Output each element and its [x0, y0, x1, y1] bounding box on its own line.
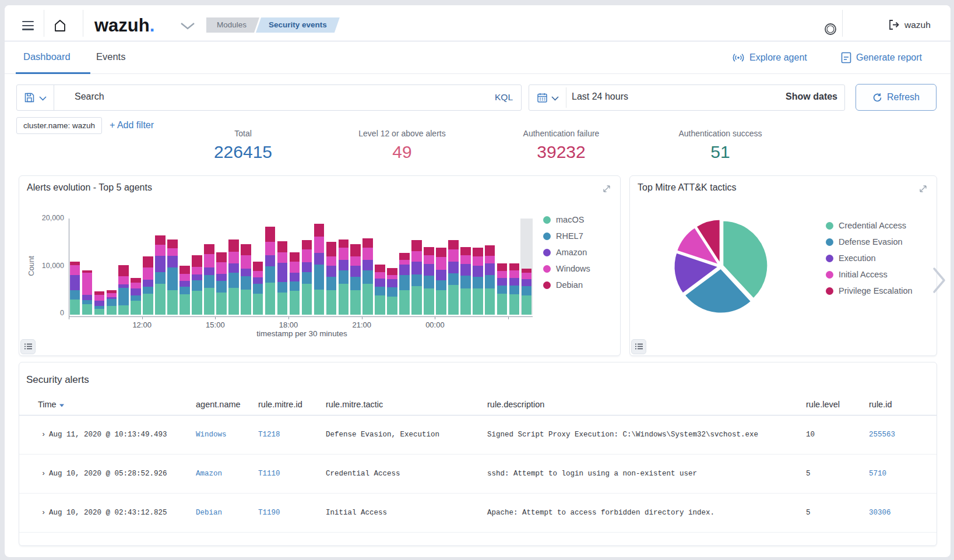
bar-20:30[interactable] — [350, 244, 361, 315]
expand-row-icon[interactable]: › — [41, 470, 45, 478]
legend-toggle-button[interactable] — [631, 339, 646, 354]
bar-02:30[interactable] — [497, 263, 508, 315]
bar-10:00[interactable] — [94, 291, 105, 315]
bar-09:00[interactable] — [70, 262, 80, 315]
bar-14:30[interactable] — [204, 244, 214, 315]
legend-toggle-button[interactable] — [20, 339, 36, 354]
bar-01:00[interactable] — [460, 247, 471, 315]
module-switcher-chevron-icon[interactable] — [180, 22, 195, 32]
bar-20:00[interactable] — [339, 240, 349, 315]
cell-agent-name[interactable]: Windows — [196, 431, 227, 439]
bar-03:00[interactable] — [509, 263, 520, 315]
cell-rule-mitre-id[interactable]: T1190 — [258, 509, 280, 517]
bar-00:30[interactable] — [448, 240, 459, 315]
bar-23:00[interactable] — [411, 240, 422, 315]
table-row[interactable]: ›Aug 11, 2020 @ 10:13:49.493WindowsT1218… — [19, 415, 937, 455]
bar-15:30[interactable] — [228, 240, 239, 315]
generate-report-button[interactable]: Generate report — [841, 41, 922, 74]
explore-agent-button[interactable]: Explore agent — [732, 41, 807, 74]
bar-10:30[interactable] — [107, 290, 117, 315]
cell-rule-mitre-id[interactable]: T1110 — [258, 470, 280, 478]
legend-item-privilege-escalation[interactable]: Privilege Escalation — [826, 283, 913, 299]
add-filter-button[interactable]: + Add filter — [110, 120, 154, 131]
expand-row-icon[interactable]: › — [41, 431, 45, 439]
stacked-bar-chart[interactable] — [69, 219, 533, 315]
legend-item-execution[interactable]: Execution — [826, 250, 913, 266]
expand-panel-icon[interactable] — [918, 184, 928, 196]
column-header-agent-name[interactable]: agent.name — [196, 400, 241, 409]
cell-agent-name[interactable]: Amazon — [196, 470, 222, 478]
legend-item-credential-access[interactable]: Credential Access — [826, 217, 913, 234]
bar-17:30[interactable] — [277, 241, 288, 315]
cell-rule-id[interactable]: 5710 — [869, 470, 886, 478]
bar-11:30[interactable] — [131, 278, 141, 315]
home-icon[interactable] — [53, 19, 67, 33]
pie-chart[interactable] — [666, 211, 776, 322]
bar-12:00[interactable] — [143, 256, 153, 315]
filter-pill[interactable]: cluster.name: wazuh — [16, 117, 102, 134]
logout-user[interactable]: wazuh — [889, 19, 931, 30]
bar-21:00[interactable] — [362, 238, 373, 315]
search-bar[interactable]: Search KQL — [16, 84, 522, 111]
legend-item-defense-evasion[interactable]: Defense Evasion — [826, 234, 913, 250]
search-input[interactable]: Search — [75, 91, 104, 102]
legend-item-initial-access[interactable]: Initial Access — [826, 266, 913, 283]
bar-00:00[interactable] — [436, 248, 446, 315]
column-header-time[interactable]: Time — [38, 400, 65, 409]
bar-02:00[interactable] — [485, 245, 495, 315]
bar-13:30[interactable] — [179, 266, 190, 315]
table-row[interactable]: ›Aug 10, 2020 @ 02:43:12.825DebianT1190I… — [19, 494, 937, 533]
pie-chart-legend[interactable]: Credential AccessDefense EvasionExecutio… — [826, 217, 913, 299]
legend-item-windows[interactable]: Windows — [543, 260, 590, 277]
tab-events[interactable]: Events — [96, 41, 125, 74]
date-picker[interactable]: Last 24 hours Show dates — [529, 84, 845, 111]
cell-rule-id[interactable]: 30306 — [869, 509, 891, 517]
expand-row-icon[interactable]: › — [41, 509, 45, 517]
column-header-rule-id[interactable]: rule.id — [869, 400, 892, 409]
expand-panel-icon[interactable] — [602, 184, 611, 196]
column-header-rule-mitre-id[interactable]: rule.mitre.id — [258, 400, 302, 409]
legend-item-debian[interactable]: Debian — [543, 277, 590, 293]
health-ring-icon[interactable] — [821, 19, 840, 41]
menu-icon[interactable] — [22, 21, 34, 30]
bar-01:30[interactable] — [473, 248, 483, 315]
bar-09:30[interactable] — [82, 270, 93, 315]
bar-18:00[interactable] — [290, 252, 300, 315]
bar-17:00[interactable] — [265, 227, 276, 315]
bar-22:00[interactable] — [387, 268, 397, 315]
cell-rule-mitre-id[interactable]: T1218 — [258, 431, 280, 439]
wazuh-logo[interactable]: wazuh. — [94, 15, 154, 36]
date-range-value[interactable]: Last 24 hours — [572, 91, 628, 102]
bar-13:00[interactable] — [167, 240, 178, 315]
legend-item-rhel7[interactable]: RHEL7 — [543, 228, 590, 244]
table-row[interactable]: ›Aug 10, 2020 @ 05:28:52.926AmazonT1110C… — [19, 455, 937, 494]
column-header-rule-mitre-tactic[interactable]: rule.mitre.tactic — [326, 400, 383, 409]
bar-12:30[interactable] — [155, 235, 166, 315]
bar-21:30[interactable] — [375, 265, 385, 315]
column-header-rule-description[interactable]: rule.description — [487, 400, 544, 409]
next-page-chevron-icon[interactable] — [932, 267, 946, 296]
cell-rule-id[interactable]: 255563 — [869, 431, 895, 439]
tab-dashboard[interactable]: Dashboard — [23, 41, 71, 74]
bar-16:30[interactable] — [253, 262, 263, 315]
breadcrumb-modules[interactable]: Modules — [206, 17, 259, 33]
bar-18:30[interactable] — [302, 240, 312, 315]
bar-14:00[interactable] — [192, 255, 202, 315]
legend-item-amazon[interactable]: Amazon — [543, 244, 590, 260]
bar-15:00[interactable] — [216, 252, 227, 315]
bar-19:00[interactable] — [314, 224, 325, 315]
refresh-button[interactable]: Refresh — [856, 84, 937, 111]
saved-queries-button[interactable] — [17, 85, 54, 110]
legend-item-macos[interactable]: macOS — [543, 212, 590, 228]
column-header-rule-level[interactable]: rule.level — [806, 400, 840, 409]
bar-19:30[interactable] — [326, 242, 337, 315]
bar-22:30[interactable] — [399, 253, 410, 315]
cell-agent-name[interactable]: Debian — [196, 509, 222, 517]
kql-button[interactable]: KQL — [495, 92, 513, 103]
bar-03:30[interactable] — [522, 269, 532, 315]
bar-11:00[interactable] — [118, 265, 129, 315]
show-dates-button[interactable]: Show dates — [786, 91, 837, 102]
bar-16:00[interactable] — [241, 244, 251, 315]
bar-chart-legend[interactable]: macOSRHEL7AmazonWindowsDebian — [543, 212, 590, 293]
bar-23:30[interactable] — [424, 247, 434, 315]
